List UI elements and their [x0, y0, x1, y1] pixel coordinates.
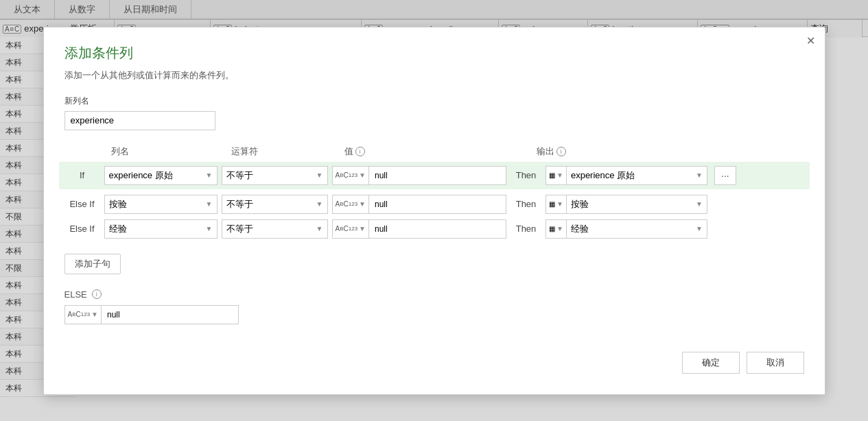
elseif2-col-name-select[interactable]: 经验 ▼ [104, 219, 218, 239]
dropdown-arrow: ▼ [696, 171, 703, 179]
else-label: ELSE i [64, 289, 804, 300]
if-label: If [64, 170, 100, 180]
elseif1-value-type-badge[interactable]: ABC123 ▼ [332, 195, 370, 214]
output-header: 输出 i [537, 145, 566, 158]
dropdown-arrow: ▼ [206, 225, 213, 232]
output-info-icon[interactable]: i [556, 147, 566, 156]
elseif1-operator-select[interactable]: 不等于 ▼ [222, 195, 328, 214]
elseif-condition-row-1: Else If 按验 ▼ 不等于 ▼ ABC123 ▼ Then [64, 195, 804, 214]
modal-title: 添加条件列 [64, 44, 804, 62]
else-section: ELSE i ABC123 ▼ [64, 289, 804, 324]
if-output-type-btn[interactable]: ▦ ▼ [546, 166, 567, 185]
dropdown-arrow: ▼ [206, 171, 213, 179]
modal-subtitle: 添加一个从其他列或值计算而来的条件列。 [64, 69, 804, 82]
elseif2-output-type-btn[interactable]: ▦ ▼ [546, 219, 567, 239]
new-column-label: 新列名 [64, 95, 804, 107]
new-column-input[interactable] [64, 111, 215, 130]
else-value-type-badge[interactable]: ABC123 ▼ [64, 305, 102, 324]
operator-header: 运算符 [231, 145, 338, 158]
dropdown-arrow: ▼ [316, 200, 323, 208]
then-label: Then [511, 170, 541, 180]
if-output-select[interactable]: experience 原始 ▼ [567, 166, 707, 185]
elseif1-output-select[interactable]: 按验 ▼ [567, 195, 707, 214]
then-label-2: Then [511, 224, 541, 234]
elseif-label-1: Else If [64, 199, 100, 209]
dropdown-arrow: ▼ [206, 200, 213, 208]
condition-section: 列名 运算符 值 i 输出 i If experience 原始 [64, 145, 804, 274]
else-row: ABC123 ▼ [64, 305, 804, 324]
cancel-button[interactable]: 取消 [747, 352, 804, 374]
elseif2-value-input[interactable] [369, 219, 506, 239]
elseif2-output-select[interactable]: 经验 ▼ [567, 219, 707, 239]
else-value-input[interactable] [102, 305, 239, 324]
elseif1-value-input[interactable] [369, 195, 506, 214]
confirm-button[interactable]: 确定 [682, 352, 740, 374]
if-value-type-badge[interactable]: ABC123 ▼ [332, 166, 370, 185]
then-label-1: Then [511, 199, 541, 209]
dropdown-arrow: ▼ [316, 225, 323, 232]
elseif1-col-name-select[interactable]: 按验 ▼ [104, 195, 218, 214]
close-button[interactable]: ✕ [806, 34, 815, 47]
elseif-condition-row-2: Else If 经验 ▼ 不等于 ▼ ABC123 ▼ Then [64, 219, 804, 239]
add-clause-button[interactable]: 添加子句 [64, 254, 121, 274]
modal-overlay: ✕ 添加条件列 添加一个从其他列或值计算而来的条件列。 新列名 列名 运算符 值… [0, 0, 868, 421]
if-col-name-select[interactable]: experience 原始 ▼ [104, 166, 218, 185]
if-operator-select[interactable]: 不等于 ▼ [222, 166, 328, 185]
if-value-input[interactable] [369, 166, 506, 185]
value-info-icon[interactable]: i [355, 147, 365, 156]
elseif2-operator-select[interactable]: 不等于 ▼ [222, 219, 328, 239]
elseif-label-2: Else If [64, 224, 100, 234]
value-header: 值 i [344, 145, 495, 158]
modal-footer: 确定 取消 [64, 352, 804, 374]
dropdown-arrow: ▼ [696, 200, 703, 208]
elseif2-value-type-badge[interactable]: ABC123 ▼ [332, 219, 370, 239]
dropdown-arrow: ▼ [316, 171, 323, 179]
if-condition-row: If experience 原始 ▼ 不等于 ▼ ABC123 ▼ Then [59, 162, 810, 189]
more-options-button[interactable]: ··· [714, 166, 736, 185]
modal-dialog: ✕ 添加条件列 添加一个从其他列或值计算而来的条件列。 新列名 列名 运算符 值… [43, 27, 825, 395]
col-name-header: 列名 [111, 145, 224, 158]
elseif1-output-type-btn[interactable]: ▦ ▼ [546, 195, 567, 214]
dropdown-arrow: ▼ [696, 225, 703, 232]
else-info-icon[interactable]: i [92, 289, 102, 299]
